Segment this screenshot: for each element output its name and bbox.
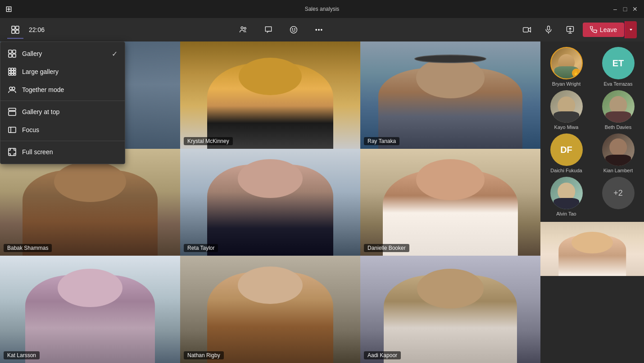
participant-name-daichi: Daichi Fukuda <box>550 168 582 173</box>
menu-divider-1 <box>0 101 125 101</box>
svg-rect-23 <box>9 71 11 73</box>
menu-item-full-screen[interactable]: Full screen <box>0 143 125 161</box>
leave-dropdown-arrow[interactable] <box>625 21 637 38</box>
menu-label-full-screen: Full screen <box>22 148 118 156</box>
participant-eva[interactable]: ET Eva Terrazas <box>602 47 635 87</box>
svg-rect-31 <box>9 108 16 110</box>
svg-point-29 <box>9 87 12 90</box>
svg-rect-22 <box>14 68 16 70</box>
avatar-alvin <box>550 177 583 209</box>
video-button[interactable] <box>518 21 536 39</box>
video-cell-kat: Kat Larsson <box>0 256 180 363</box>
maximize-button[interactable]: □ <box>621 5 629 13</box>
menu-item-gallery-at-top[interactable]: Gallery at top <box>0 103 125 121</box>
avatar-kian <box>602 133 635 166</box>
leave-button-group[interactable]: Leave <box>583 21 637 38</box>
share-button[interactable] <box>561 21 579 39</box>
participant-name-kian: Kian Lambert <box>603 168 633 173</box>
participant-kayo[interactable]: Kayo Miwa <box>550 90 583 130</box>
menu-label-gallery-at-top: Gallery at top <box>22 108 118 115</box>
title-bar: ⊞ Sales analysis – □ ✕ <box>0 0 644 18</box>
leave-button[interactable]: Leave <box>583 23 624 37</box>
video-cell-krystal: Krystal McKinney <box>180 41 360 149</box>
avatar-beth <box>602 90 635 123</box>
participant-name-eva: Eva Terrazas <box>604 81 633 87</box>
video-cell-babak: Babak Shammas <box>0 149 180 256</box>
participant-name-kayo: Kayo Miwa <box>554 124 579 130</box>
participant-daichi[interactable]: DF Daichi Fukuda <box>550 133 583 173</box>
toolbar: 22:06 <box>0 18 644 41</box>
sidebar-row-2: Kayo Miwa Beth Davies <box>540 88 644 132</box>
svg-point-11 <box>321 29 322 31</box>
menu-item-gallery[interactable]: Gallery ✓ <box>0 45 125 63</box>
phone-icon <box>590 26 597 33</box>
svg-point-7 <box>292 29 293 30</box>
svg-point-10 <box>318 29 320 31</box>
svg-rect-27 <box>11 74 14 75</box>
video-cell-ray: Ray Tanaka <box>360 41 540 149</box>
avatar-daichi: DF <box>550 133 583 166</box>
video-cell-nathan: Nathan Rigby <box>180 256 360 363</box>
svg-rect-28 <box>14 74 16 75</box>
participant-name-alvin: Alvin Tao <box>556 211 576 216</box>
participant-label-danielle: Danielle Booker <box>364 244 409 252</box>
svg-rect-20 <box>9 68 11 70</box>
svg-rect-12 <box>523 28 529 32</box>
toolbar-left: 22:06 <box>7 22 45 38</box>
svg-rect-35 <box>9 148 16 156</box>
participant-name-beth: Beth Davies <box>605 124 631 130</box>
svg-point-5 <box>245 28 246 29</box>
people-button[interactable] <box>234 21 252 39</box>
menu-item-together-mode[interactable]: Together mode <box>0 81 125 99</box>
participant-label-reta: Reta Taylor <box>184 244 218 252</box>
grid-icon <box>11 25 20 34</box>
svg-rect-0 <box>12 26 15 29</box>
participant-name-plus <box>617 211 619 216</box>
svg-rect-32 <box>9 111 16 115</box>
mic-button[interactable] <box>540 21 558 39</box>
svg-rect-2 <box>12 30 15 33</box>
gallery-at-top-menu-icon <box>8 107 17 116</box>
svg-rect-21 <box>11 68 14 70</box>
svg-rect-26 <box>9 74 11 75</box>
svg-point-6 <box>290 27 297 33</box>
participant-plus[interactable]: +2 <box>602 177 635 216</box>
svg-rect-33 <box>9 127 16 133</box>
chevron-down-icon <box>629 28 633 32</box>
svg-point-9 <box>316 29 317 31</box>
participant-alvin[interactable]: Alvin Tao <box>550 177 583 216</box>
svg-rect-19 <box>13 54 16 57</box>
svg-rect-3 <box>16 30 19 33</box>
menu-label-large-gallery: Large gallery <box>22 68 118 75</box>
participant-bryan[interactable]: ✋ Bryan Wright <box>550 47 583 87</box>
minimize-button[interactable]: – <box>612 5 619 13</box>
avatar-kayo <box>550 90 583 123</box>
toolbar-center <box>48 21 514 39</box>
avatar-bryan: ✋ <box>550 47 583 79</box>
menu-item-focus[interactable]: Focus <box>0 121 125 139</box>
full-screen-menu-icon <box>8 147 17 156</box>
participant-kian[interactable]: Kian Lambert <box>602 133 635 173</box>
svg-rect-18 <box>9 54 12 57</box>
participant-label-babak: Babak Shammas <box>4 244 52 252</box>
avatar-eva: ET <box>602 47 635 79</box>
svg-rect-13 <box>547 26 549 30</box>
window-title: Sales analysis <box>305 6 340 12</box>
more-button[interactable] <box>310 21 328 39</box>
leave-label: Leave <box>600 26 617 33</box>
participant-name-bryan: Bryan Wright <box>552 81 581 87</box>
large-gallery-menu-icon <box>8 67 17 76</box>
reactions-button[interactable] <box>285 21 303 39</box>
participant-label-ray: Ray Tanaka <box>364 137 399 145</box>
view-dropdown-menu: Gallery ✓ Large gallery <box>0 41 125 164</box>
together-mode-menu-icon <box>8 85 17 94</box>
close-button[interactable]: ✕ <box>631 5 639 13</box>
menu-label-focus: Focus <box>22 126 118 133</box>
grid-view-button[interactable] <box>7 22 23 38</box>
participant-beth[interactable]: Beth Davies <box>602 90 635 130</box>
svg-point-8 <box>295 29 295 30</box>
chat-button[interactable] <box>259 21 277 39</box>
sidebar-row-1: ✋ Bryan Wright ET Eva Terrazas <box>540 45 644 88</box>
menu-item-large-gallery[interactable]: Large gallery <box>0 63 125 81</box>
participant-label-krystal: Krystal McKinney <box>184 137 233 145</box>
